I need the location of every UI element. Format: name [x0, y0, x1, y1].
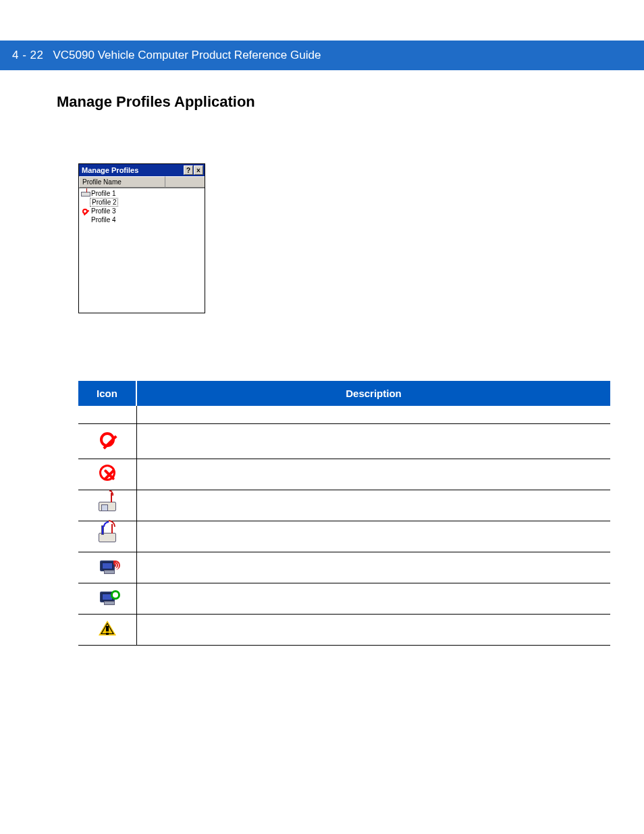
table-row: [78, 406, 610, 423]
list-item[interactable]: Profile 2: [79, 198, 205, 207]
profile-label: Profile 4: [90, 216, 116, 224]
manage-profiles-window: Manage Profiles ? × Profile Name Profile…: [78, 163, 205, 313]
table-row: [78, 459, 610, 490]
nosymbol-icon: [100, 432, 115, 447]
close-button[interactable]: ×: [194, 165, 203, 175]
icon-cell: [78, 614, 136, 645]
table-row: [78, 552, 610, 583]
column-spacer: [165, 176, 205, 188]
desc-cell: [136, 459, 610, 490]
window-titlebar: Manage Profiles ? ×: [79, 164, 205, 176]
section-heading: Manage Profiles Application: [57, 93, 610, 111]
x-circle-icon: [99, 465, 115, 481]
profile-label: Profile 2: [90, 198, 118, 207]
desc-cell: [136, 583, 610, 614]
table-row: [78, 423, 610, 459]
table-row: [78, 583, 610, 614]
list-item[interactable]: Profile 3: [79, 207, 205, 215]
help-button[interactable]: ?: [184, 165, 193, 175]
monitor-transmit-icon: [100, 561, 115, 571]
profile-list[interactable]: Profile 1 Profile 2 Profile 3 Profile 4: [79, 188, 205, 313]
icon-cell: [78, 490, 136, 521]
icon-cell: [78, 552, 136, 583]
table-row: [78, 490, 610, 521]
desc-cell: [136, 423, 610, 459]
icon-cell: [78, 423, 136, 459]
desc-cell: [136, 552, 610, 583]
icon-description-table: Icon Description: [78, 381, 610, 646]
warning-icon: [99, 621, 116, 635]
desc-cell: [136, 614, 610, 645]
profile-label: Profile 1: [90, 190, 116, 197]
column-profile-name[interactable]: Profile Name: [79, 176, 165, 188]
icon-cell: [78, 459, 136, 490]
table-row: [78, 614, 610, 645]
col-icon: Icon: [78, 381, 136, 406]
desc-cell: [136, 521, 610, 552]
icon-cell: [78, 583, 136, 614]
col-description: Description: [136, 381, 610, 406]
monitor-config-icon: [100, 592, 115, 602]
profile-label: Profile 3: [90, 207, 116, 215]
table-row: [78, 521, 610, 552]
list-item[interactable]: Profile 4: [79, 215, 205, 224]
list-header: Profile Name: [79, 176, 205, 188]
ap-dual-icon: [99, 533, 116, 542]
doc-title: VC5090 Vehicle Computer Product Referenc…: [53, 49, 321, 62]
desc-cell: [136, 490, 610, 521]
disabled-icon: [80, 209, 90, 214]
connected-icon: [80, 190, 90, 197]
list-item[interactable]: Profile 1: [79, 189, 205, 198]
page-header: 4 - 22 VC5090 Vehicle Computer Product R…: [0, 41, 644, 70]
window-title: Manage Profiles: [82, 166, 183, 174]
desc-cell: [136, 406, 610, 423]
ap-single-icon: [99, 502, 116, 511]
page-number: 4 - 22: [12, 49, 43, 62]
icon-cell: [78, 521, 136, 552]
icon-cell: [78, 406, 136, 423]
